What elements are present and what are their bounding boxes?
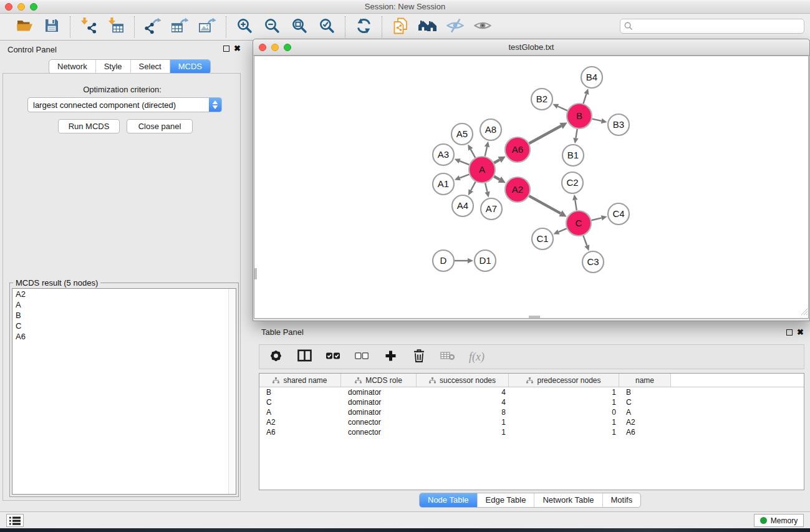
graph-node-B1[interactable]: B1: [562, 145, 584, 166]
result-list-scrollbar[interactable]: [228, 289, 236, 494]
control-panel-float-icon[interactable]: [223, 46, 229, 52]
edge-A-A7[interactable]: [485, 183, 489, 197]
edge-C-C1[interactable]: [553, 228, 566, 234]
graph-node-A5[interactable]: A5: [451, 123, 473, 145]
task-history-button[interactable]: [6, 514, 24, 527]
graph-node-C[interactable]: C: [566, 211, 591, 236]
zoom-out-button[interactable]: [263, 17, 281, 36]
graph-node-C2[interactable]: C2: [562, 172, 583, 193]
graph-node-C4[interactable]: C4: [608, 203, 629, 225]
tab-mcds[interactable]: MCDS: [170, 60, 210, 74]
result-node-item[interactable]: C: [12, 321, 236, 331]
canvas-horizontal-scrollbar[interactable]: [529, 316, 540, 318]
edge-A2-C[interactable]: [529, 196, 566, 216]
graph-node-C3[interactable]: C3: [582, 251, 604, 273]
edge-D-D1[interactable]: [455, 258, 473, 263]
gear-button[interactable]: [268, 349, 283, 365]
tab-select[interactable]: Select: [130, 60, 170, 74]
graph-node-B3[interactable]: B3: [608, 114, 629, 135]
edge-A6-B[interactable]: [529, 123, 567, 143]
tab-edge-table[interactable]: Edge Table: [477, 493, 534, 507]
tab-node-table[interactable]: Node Table: [420, 493, 477, 507]
function-button[interactable]: f(x): [469, 349, 485, 365]
result-node-item[interactable]: B: [12, 310, 236, 321]
column-header-name[interactable]: name: [619, 374, 671, 387]
tab-network-table[interactable]: Network Table: [534, 493, 602, 507]
control-panel-close-icon[interactable]: ✖: [234, 44, 241, 53]
close-panel-button[interactable]: Close panel: [127, 119, 193, 133]
export-image-button[interactable]: [198, 17, 217, 36]
edge-B-B4[interactable]: [583, 89, 589, 104]
memory-button[interactable]: Memory: [754, 514, 804, 527]
split-columns-button[interactable]: [297, 349, 312, 365]
column-header-shared-name[interactable]: shared name: [259, 374, 341, 387]
session-files-button[interactable]: [391, 17, 410, 36]
graph-node-A4[interactable]: A4: [452, 195, 473, 216]
graph-node-A2[interactable]: A2: [505, 177, 530, 202]
network-canvas[interactable]: B4B2BB3A8A5A6A3B1AA1C2A2A4A7C4CC1C3DD1: [254, 56, 809, 319]
tab-network[interactable]: Network: [49, 60, 95, 74]
graph-node-A[interactable]: A: [469, 157, 495, 183]
graph-node-B[interactable]: B: [567, 104, 592, 128]
edge-A-A8[interactable]: [485, 142, 489, 157]
tab-motifs[interactable]: Motifs: [602, 493, 641, 507]
graph-node-A7[interactable]: A7: [481, 198, 502, 220]
open-session-button[interactable]: [15, 17, 34, 36]
graph-node-C1[interactable]: C1: [532, 228, 553, 249]
eye-slash-button[interactable]: [446, 17, 465, 36]
graph-node-A6[interactable]: A6: [505, 137, 530, 162]
select-all-checks-button[interactable]: [325, 349, 340, 365]
delete-column-button[interactable]: [412, 349, 427, 365]
edge-B-B2[interactable]: [552, 104, 567, 111]
network-window-titlebar[interactable]: testGlobe.txt: [253, 39, 809, 56]
import-table-button[interactable]: [107, 17, 125, 36]
export-table-button[interactable]: [171, 17, 190, 36]
zoom-fit-button[interactable]: [290, 17, 309, 36]
graph-node-A3[interactable]: A3: [433, 144, 454, 165]
table-panel-close-icon[interactable]: ✖: [797, 327, 804, 337]
edge-A-A3[interactable]: [455, 158, 470, 165]
edge-A-A1[interactable]: [455, 175, 470, 181]
column-header-mcds-role[interactable]: MCDS role: [341, 374, 417, 387]
import-network-button[interactable]: [79, 17, 98, 36]
eye-button[interactable]: [473, 17, 492, 36]
graph-node-D[interactable]: D: [433, 250, 454, 271]
edge-A-A6[interactable]: [494, 157, 506, 163]
column-header-successor-nodes[interactable]: successor nodes: [417, 374, 509, 387]
edge-A-A2[interactable]: [494, 177, 506, 183]
home-button[interactable]: [418, 17, 437, 36]
tab-style[interactable]: Style: [95, 60, 130, 74]
graph-node-A1[interactable]: A1: [433, 173, 454, 195]
graph-node-D1[interactable]: D1: [475, 250, 496, 271]
window-resize-grip[interactable]: [799, 306, 808, 317]
canvas-vertical-scrollbar[interactable]: [254, 268, 257, 279]
result-node-item[interactable]: A: [12, 299, 236, 310]
edge-C-C4[interactable]: [591, 215, 607, 220]
deselect-all-checks-button[interactable]: [354, 349, 369, 365]
table-row[interactable]: Adominator80A: [259, 407, 804, 417]
table-row[interactable]: A6connector11A6: [259, 427, 804, 437]
edge-C-C2[interactable]: [572, 195, 577, 210]
graph-node-B2[interactable]: B2: [531, 89, 552, 110]
zoom-in-button[interactable]: [235, 17, 254, 36]
edge-B-B1[interactable]: [573, 129, 578, 143]
export-network-button[interactable]: [143, 17, 162, 36]
add-column-button[interactable]: [383, 349, 398, 365]
delete-table-button[interactable]: [440, 349, 455, 365]
table-row[interactable]: Cdominator41C: [259, 397, 804, 407]
zoom-selected-button[interactable]: [317, 17, 336, 36]
table-row[interactable]: Bdominator41B: [259, 387, 804, 397]
edge-A-A5[interactable]: [468, 145, 475, 158]
save-session-button[interactable]: [42, 17, 61, 36]
table-row[interactable]: A2connector11A2: [259, 417, 804, 427]
optimization-criterion-select[interactable]: largest connected component (directed): [27, 97, 222, 112]
search-input[interactable]: [620, 19, 804, 34]
graph-node-B4[interactable]: B4: [581, 67, 602, 88]
edge-B-B3[interactable]: [592, 118, 607, 123]
edge-C-C3[interactable]: [583, 236, 589, 251]
table-panel-float-icon[interactable]: [786, 329, 793, 336]
edge-A-A4[interactable]: [468, 181, 476, 195]
run-mcds-button[interactable]: Run MCDS: [58, 119, 120, 133]
graph-node-A8[interactable]: A8: [480, 119, 501, 140]
column-header-predecessor-nodes[interactable]: predecessor nodes: [509, 374, 619, 387]
